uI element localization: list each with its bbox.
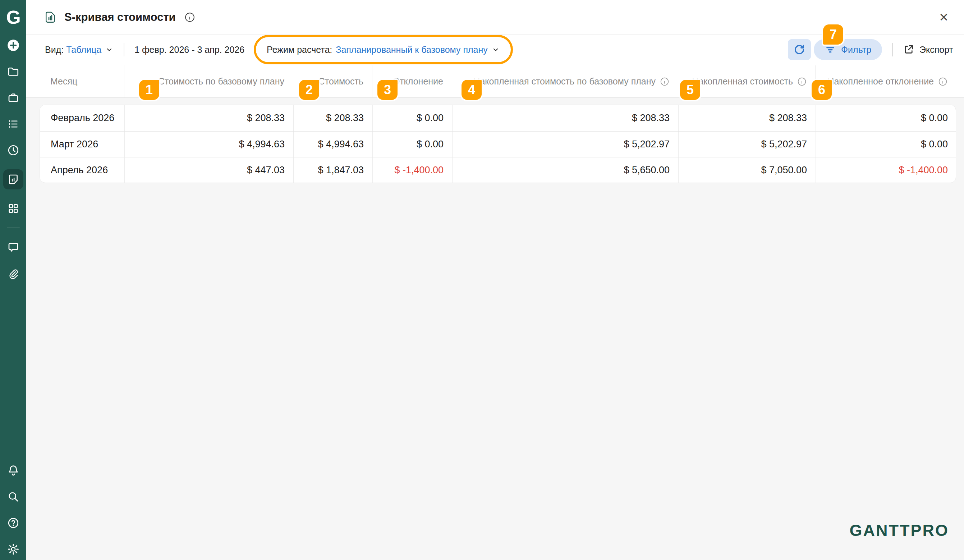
cum-deviation-cell: $ 0.00 <box>816 105 956 131</box>
deviation-cell: $ 0.00 <box>372 105 452 131</box>
mode-value: Запланированный к базовому плану <box>336 45 488 55</box>
annotation-badge-6: 6 <box>812 80 832 100</box>
gear-icon <box>7 543 20 556</box>
sidebar: G <box>0 0 26 560</box>
cum-cost-cell: $ 5,202.97 <box>678 132 816 157</box>
column-header-cum-baseline: Накопленная стоимость по базовому плану <box>452 65 678 98</box>
sidebar-item-comments[interactable] <box>6 240 21 254</box>
info-icon[interactable] <box>660 77 669 86</box>
info-icon[interactable] <box>938 77 948 86</box>
search-icon <box>7 490 20 503</box>
annotation-badge-1: 1 <box>139 80 159 100</box>
notifications-button[interactable] <box>6 463 21 478</box>
mode-label: Режим расчета: <box>267 45 332 55</box>
table-body: Февраль 2026 $ 208.33 $ 208.33 $ 0.00 $ … <box>39 104 956 183</box>
annotation-badge-2: 2 <box>299 80 319 100</box>
view-label: Вид: <box>45 45 64 55</box>
help-icon <box>7 516 20 529</box>
close-icon[interactable]: × <box>939 10 948 25</box>
view-value: Таблица <box>66 45 101 55</box>
cum-deviation-cell: $ -1,400.00 <box>816 158 956 182</box>
cum-cost-cell: $ 7,050.00 <box>678 158 816 182</box>
info-icon[interactable] <box>797 77 806 86</box>
filter-icon <box>824 44 836 55</box>
view-dropdown[interactable]: Вид: Таблица <box>45 45 114 55</box>
settings-button[interactable] <box>6 542 21 557</box>
chevron-down-icon <box>105 45 114 54</box>
clock-icon <box>7 144 20 157</box>
search-button[interactable] <box>6 490 21 504</box>
title-info-icon[interactable] <box>184 12 195 23</box>
sidebar-item-projects[interactable] <box>6 64 21 79</box>
ganttpro-watermark: GANTTPRO <box>850 521 949 540</box>
chat-icon <box>7 241 20 254</box>
sidebar-divider <box>7 228 20 228</box>
report-doc-icon <box>44 10 57 24</box>
cum-baseline-cell: $ 208.33 <box>452 105 678 131</box>
export-button[interactable]: Экспорт <box>903 44 953 55</box>
deviation-cell: $ 0.00 <box>372 132 452 157</box>
toolbar-separator <box>124 43 124 57</box>
export-icon <box>903 44 914 55</box>
cost-cell: $ 208.33 <box>293 105 372 131</box>
filter-label: Фильтр <box>841 45 871 55</box>
baseline-cost-cell: $ 208.33 <box>124 105 293 131</box>
paperclip-icon <box>7 267 20 280</box>
cum-deviation-cell: $ 0.00 <box>816 132 956 157</box>
column-header-month: Месяц <box>39 65 124 98</box>
sidebar-item-reports-active[interactable] <box>3 169 23 189</box>
month-cell: Апрель 2026 <box>40 158 124 182</box>
sidebar-item-tasks[interactable] <box>6 117 21 131</box>
ganttpro-logo[interactable]: G <box>0 0 26 34</box>
task-list-icon <box>7 117 20 130</box>
month-cell: Февраль 2026 <box>40 105 124 131</box>
chevron-down-icon <box>491 45 500 54</box>
sidebar-item-time-log[interactable] <box>6 143 21 158</box>
export-label: Экспорт <box>919 45 953 55</box>
toolbar-separator <box>892 43 893 57</box>
annotation-badge-3: 3 <box>378 80 397 100</box>
annotation-badge-4: 4 <box>461 80 482 100</box>
month-cell: Март 2026 <box>40 132 124 157</box>
table-row: Март 2026 $ 4,994.63 $ 4,994.63 $ 0.00 $… <box>40 131 956 157</box>
folder-icon <box>7 65 20 78</box>
column-header-cum-deviation: Накопленное отклонение <box>815 65 956 98</box>
plus-circle-icon <box>7 39 20 52</box>
table-area: Месяц Стоимость по базовому плану Стоимо… <box>26 65 964 560</box>
add-button[interactable] <box>6 38 21 52</box>
baseline-cost-cell: $ 4,994.63 <box>124 132 293 157</box>
cum-cost-cell: $ 208.33 <box>678 105 816 131</box>
sidebar-item-portfolio[interactable] <box>6 91 21 105</box>
table-row: Апрель 2026 $ 447.03 $ 1,847.03 $ -1,400… <box>40 157 956 182</box>
report-icon <box>7 173 20 186</box>
sidebar-item-apps[interactable] <box>6 201 21 216</box>
annotation-badge-7: 7 <box>823 24 843 45</box>
briefcase-icon <box>7 91 20 104</box>
sidebar-item-attachments[interactable] <box>6 266 21 281</box>
bell-icon <box>7 464 20 477</box>
cum-baseline-cell: $ 5,650.00 <box>452 158 678 182</box>
date-range: 1 февр. 2026 - 3 апр. 2026 <box>134 45 244 55</box>
table-row: Февраль 2026 $ 208.33 $ 208.33 $ 0.00 $ … <box>40 105 956 131</box>
cost-cell: $ 4,994.63 <box>293 132 372 157</box>
calculation-mode-dropdown[interactable]: Режим расчета: Запланированный к базовом… <box>254 35 513 64</box>
refresh-icon <box>793 44 806 56</box>
refresh-button[interactable] <box>788 39 811 60</box>
cum-baseline-cell: $ 5,202.97 <box>452 132 678 157</box>
deviation-cell: $ -1,400.00 <box>372 158 452 182</box>
annotation-badge-5: 5 <box>680 80 700 100</box>
help-button[interactable] <box>6 516 21 530</box>
baseline-cost-cell: $ 447.03 <box>124 158 293 182</box>
apps-grid-icon <box>7 202 20 215</box>
cost-cell: $ 1,847.03 <box>293 158 372 182</box>
page-title: S-кривая стоимости <box>64 11 176 24</box>
